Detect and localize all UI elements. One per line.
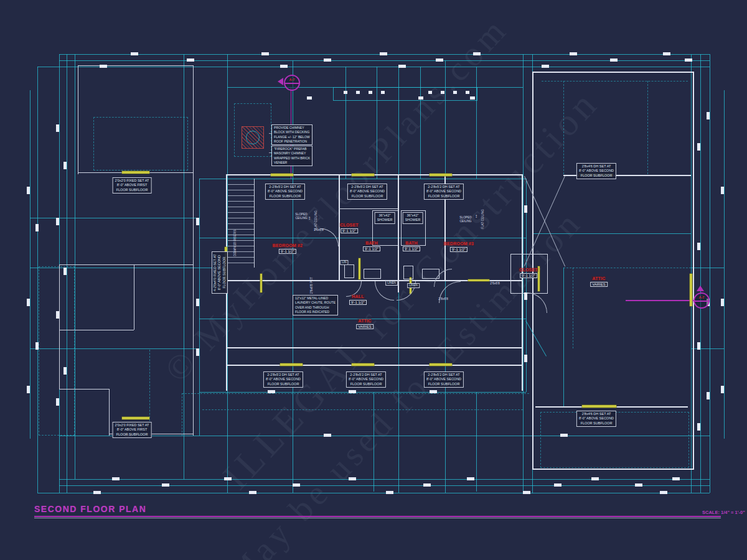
cad-line [228, 257, 254, 258]
cad-line [228, 235, 254, 235]
cad-line [430, 174, 452, 176]
ceiling-height: 9'-1 1/2" [520, 273, 537, 278]
window-note: 2'8x4'6 DH SET AT 8'-0" ABOVE SECOND FLO… [576, 163, 616, 179]
dimension-tick [324, 434, 331, 437]
cad-line [37, 493, 710, 493]
room-name: ATTIC [591, 276, 606, 281]
dimension-tick [56, 218, 59, 225]
cad-line [227, 365, 523, 366]
cad-line [690, 274, 692, 306]
dimension-tick [467, 477, 474, 480]
window-note: 2'8x4'6 DH SET AT 8'-0" ABOVE SECOND FLO… [576, 411, 616, 427]
cad-line [202, 409, 523, 410]
dimension-tick [349, 390, 356, 393]
dimension-tick [441, 91, 444, 94]
cad-line [228, 246, 254, 246]
cad-line [532, 72, 694, 73]
floor-plan-canvas: © MyHomeFloorPlans.com ILLEGAL for Const… [0, 0, 747, 560]
dimension-tick [672, 477, 680, 480]
room-name: ATTIC [357, 319, 372, 323]
cad-line [37, 67, 38, 493]
dimension-tick [418, 96, 423, 100]
flat-ceiling-label: FLAT CEILING [481, 209, 485, 229]
cad-line [199, 238, 526, 238]
cad-line [352, 363, 374, 366]
cad-line [228, 223, 254, 224]
section-marker-label: A-7 [695, 296, 708, 299]
dimension-tick [635, 483, 642, 487]
ceiling-height: 9'-1 1/2" [403, 246, 420, 251]
cad-line [78, 65, 78, 174]
cad-line [78, 65, 193, 66]
cad-line [339, 208, 398, 209]
window-note: 2-2'8x5'2 DH SET AT 8'-0" ABOVE SECOND F… [263, 371, 303, 388]
cad-line [693, 72, 694, 470]
window-note: 2'0x2'0 FIXED SET AT 8'-0" ABOVE FIRST F… [113, 422, 152, 438]
cad-line [93, 117, 188, 170]
cad-line [228, 184, 254, 185]
sheet-scale: SCALE: 1/4" = 1'-0" [702, 510, 745, 515]
room-label-attic-right: ATTIC VARIES [590, 276, 608, 287]
dimension-tick [436, 58, 443, 62]
cad-line [345, 67, 346, 179]
room-label-attic-center: ATTIC VARIES [356, 319, 374, 329]
cad-line [228, 190, 254, 190]
dimension-tick [280, 65, 288, 68]
dimension-tick [542, 65, 549, 68]
cad-line [39, 266, 75, 436]
cad-line [228, 251, 254, 252]
dimension-tick [56, 124, 59, 132]
ceiling-slope-arrow-icon: ↕ [308, 215, 311, 221]
cad-line [228, 201, 254, 202]
cad-line [193, 264, 194, 436]
laundry-chute-note: 12"x12" METAL-LINED LAUNDRY CHUTE, ROUTE… [293, 295, 338, 315]
dimension-tick [663, 52, 670, 55]
dimension-tick [187, 58, 194, 62]
linen-label: LINEN [385, 281, 398, 286]
dimension-tick [610, 58, 618, 62]
dimension-tick [196, 348, 199, 356]
dimension-tick [249, 491, 256, 494]
cad-line [228, 212, 254, 213]
dimension-tick [196, 218, 199, 225]
dimension-tick [697, 342, 700, 350]
cad-line [691, 348, 724, 349]
cad-line [228, 207, 254, 207]
cad-line [563, 268, 564, 408]
section-marker: A-7 [284, 75, 300, 91]
dimension-tick [524, 355, 527, 362]
cad-line [228, 240, 254, 241]
cad-line [359, 258, 360, 279]
room-name: BEDROOM #2 [272, 243, 303, 248]
room-label-bedroom-2: BEDROOM #2 9'-1 1/2" [272, 243, 303, 254]
cad-line [199, 179, 200, 436]
cad-line [403, 266, 413, 279]
cad-line [333, 87, 477, 101]
cad-line [468, 279, 489, 281]
cad-line [582, 405, 616, 408]
sloped-ceiling-label: SLOPED CEILING [459, 216, 471, 223]
pocket-door-label: 2'6x6'8 PKT [309, 277, 314, 294]
window-note-vertical: 4-2'0x4'0 FIXED SET AT 8'-0" ABOVE SECON… [212, 251, 228, 294]
door-size-label: 2'6x6'8 [490, 281, 500, 286]
dimension-tick [466, 91, 469, 94]
dimension-tick [27, 386, 30, 393]
sloped-ceiling-label: SLOPED CEILING [295, 213, 307, 220]
dimension-tick [697, 243, 700, 250]
cad-line [532, 233, 691, 234]
cad-line [109, 389, 110, 436]
window-note: 2'0x2'0 FIXED SET AT 8'-0" ABOVE FIRST F… [113, 177, 152, 194]
dimension-tick [721, 386, 724, 393]
roof-line [525, 320, 547, 357]
dimension-tick [369, 91, 372, 94]
section-marker-arrow-icon [278, 78, 283, 85]
room-name: CLOSET [519, 268, 538, 272]
door-size-label: 2'8x6'8 [438, 297, 448, 301]
ceiling-height: 9'-1 1/2" [450, 247, 467, 252]
room-label-bedroom-3: BEDROOM #3 9'-1 1/2" [443, 241, 474, 252]
room-name: BATH [405, 241, 418, 245]
ceiling-height: 9'-1 1/2" [341, 228, 358, 233]
dimension-tick [523, 491, 530, 494]
cad-line [199, 392, 526, 393]
dimension-tick [721, 299, 724, 306]
